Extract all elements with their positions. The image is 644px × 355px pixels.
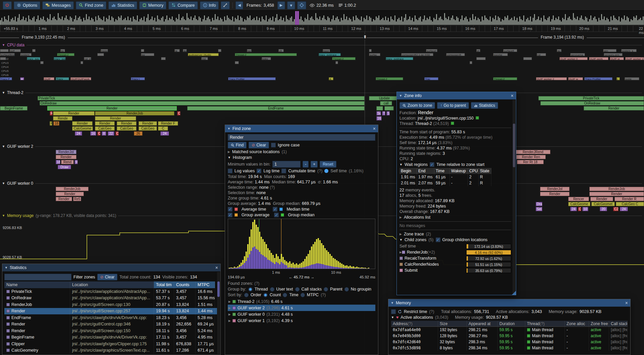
frame-bar[interactable] bbox=[85, 20, 86, 25]
table-row[interactable]: 0x7dfaa64e00192 bytes298.21 ms59.95 sMai… bbox=[391, 327, 628, 333]
frame-bar[interactable] bbox=[423, 19, 424, 25]
cpu-zone[interactable]: Thread-2 bbox=[332, 57, 356, 60]
thread-name[interactable]: Thread-2 bbox=[415, 121, 432, 126]
frame-bar[interactable] bbox=[518, 21, 519, 25]
frame-bar[interactable] bbox=[272, 16, 273, 25]
frame-bar[interactable] bbox=[193, 18, 194, 25]
frame-bar[interactable] bbox=[158, 19, 159, 25]
frame-bar[interactable] bbox=[164, 21, 165, 25]
frame-bar[interactable] bbox=[617, 20, 618, 25]
frame-bar[interactable] bbox=[36, 19, 37, 25]
cpu-zone[interactable]: tracy_systrace bbox=[319, 53, 341, 56]
frame-bar[interactable] bbox=[117, 20, 118, 25]
table-row[interactable]: Renderjni/../jni/src/guif/Screen.cpp:150… bbox=[4, 327, 218, 334]
frame-bar[interactable] bbox=[596, 19, 597, 25]
frame-bar[interactable] bbox=[354, 20, 355, 25]
zone[interactable]: S bbox=[386, 111, 390, 116]
frame-bar[interactable] bbox=[472, 14, 473, 25]
frame-bar[interactable] bbox=[246, 20, 247, 25]
cpu-zone[interactable]: composer@2.1-se (HW bbox=[401, 53, 433, 56]
frame-bar[interactable] bbox=[606, 18, 607, 25]
frame-bar[interactable] bbox=[267, 21, 268, 25]
frame-bar[interactable] bbox=[419, 18, 420, 25]
frame-bar[interactable] bbox=[71, 18, 72, 25]
frame-bar[interactable] bbox=[90, 20, 91, 25]
frame-bar[interactable] bbox=[204, 15, 205, 25]
frame-bar[interactable] bbox=[636, 15, 637, 25]
frame-bar[interactable] bbox=[236, 19, 237, 25]
frame-bar[interactable] bbox=[178, 14, 179, 25]
frame-bar[interactable] bbox=[641, 20, 642, 25]
help-icon[interactable]: (?) bbox=[321, 293, 326, 297]
frame-bar[interactable] bbox=[284, 21, 285, 25]
frame-bar[interactable] bbox=[602, 19, 603, 25]
frame-bar[interactable] bbox=[429, 16, 430, 25]
frame-bar[interactable] bbox=[133, 16, 134, 25]
frame-bar[interactable] bbox=[279, 19, 280, 25]
frame-bar[interactable] bbox=[631, 19, 632, 25]
frame-bar[interactable] bbox=[131, 21, 132, 25]
frame-bar[interactable] bbox=[376, 16, 377, 25]
frame-bar[interactable] bbox=[299, 19, 300, 25]
frame-bar[interactable] bbox=[227, 15, 228, 25]
frame-bar[interactable] bbox=[334, 20, 335, 25]
frame-bar[interactable] bbox=[432, 21, 433, 25]
frame-bar[interactable] bbox=[413, 21, 414, 25]
frame-bar[interactable] bbox=[370, 18, 371, 25]
cpu-zone[interactable]: tracy_sys bbox=[27, 57, 40, 60]
frame-bar[interactable] bbox=[396, 21, 397, 25]
frame-bar[interactable] bbox=[389, 21, 390, 25]
zone[interactable]: C bbox=[578, 207, 581, 211]
frame-bar[interactable] bbox=[157, 15, 158, 25]
zone[interactable]: call bbox=[380, 101, 392, 105]
frame-bar[interactable] bbox=[141, 18, 142, 25]
cpu-zone[interactable]: GUIF bbox=[44, 77, 54, 80]
child-zone-row[interactable]: ▶ RenderJob (×2)4.16 ms (92.60%) bbox=[399, 249, 511, 255]
cpu-zone[interactable] bbox=[470, 61, 472, 64]
frame-bar[interactable] bbox=[86, 14, 87, 25]
frame-bar[interactable] bbox=[633, 16, 634, 25]
frame-bar[interactable] bbox=[475, 16, 476, 25]
frame-bar[interactable] bbox=[34, 16, 35, 25]
frame-bar[interactable] bbox=[302, 20, 303, 25]
frame-bar[interactable] bbox=[137, 15, 138, 25]
frame-bar[interactable] bbox=[397, 19, 398, 25]
clear-filter-button[interactable]: ⊘Clear bbox=[97, 274, 118, 280]
zone[interactable] bbox=[376, 106, 383, 110]
frame-bar[interactable] bbox=[4, 16, 5, 25]
frame-bar[interactable] bbox=[381, 19, 382, 25]
frame-bar[interactable] bbox=[174, 21, 175, 25]
frame-bar[interactable] bbox=[66, 15, 67, 25]
frame-bar[interactable] bbox=[404, 18, 405, 25]
zone[interactable]: 8 bbox=[102, 131, 106, 136]
frame-bar[interactable] bbox=[240, 16, 241, 25]
cpu-zone[interactable] bbox=[0, 49, 9, 52]
decrement-button[interactable]: - bbox=[303, 161, 309, 168]
frame-bar[interactable] bbox=[487, 19, 488, 25]
frame-bar[interactable] bbox=[600, 20, 601, 25]
frame-bar[interactable] bbox=[357, 18, 358, 25]
zone[interactable]: Render bbox=[95, 121, 115, 126]
zone[interactable]: Update bbox=[369, 96, 400, 100]
table-row[interactable]: CalcGeometryjni/../jni/src/claw/graphics… bbox=[4, 347, 218, 354]
frame-bar[interactable] bbox=[640, 18, 641, 25]
zone-group-row[interactable]: ▶GUIF worker 0(3,231)4.48 s bbox=[228, 311, 375, 317]
frame-bar[interactable] bbox=[182, 16, 183, 25]
cpu-zone[interactable]: tracy_systrace bbox=[54, 57, 66, 60]
zone[interactable]: 9 bbox=[74, 160, 78, 164]
zone-group-row[interactable]: ▶GUIF worker 1(3,192)4.39 s bbox=[228, 317, 375, 324]
goto-frame-button[interactable] bbox=[297, 1, 306, 9]
frame-bar[interactable] bbox=[21, 19, 22, 25]
frame-label-left[interactable]: Frame 3,193 (22.45 ms) bbox=[19, 35, 68, 40]
frame-bar[interactable] bbox=[504, 16, 505, 25]
frame-bar[interactable] bbox=[479, 19, 480, 25]
frame-bar[interactable] bbox=[101, 19, 102, 25]
frame-bar[interactable] bbox=[619, 16, 620, 25]
frame-bar[interactable] bbox=[527, 18, 528, 25]
cpu-zone[interactable] bbox=[40, 61, 44, 64]
cpu-data-header[interactable]: ▼ CPU data bbox=[0, 42, 644, 48]
frame-bar[interactable] bbox=[95, 16, 96, 25]
zone[interactable]: 26 bbox=[134, 131, 143, 136]
table-row[interactable]: 1.91 ms1.97 ms61 μs-2R bbox=[399, 174, 511, 180]
frame-bar[interactable] bbox=[129, 20, 130, 25]
